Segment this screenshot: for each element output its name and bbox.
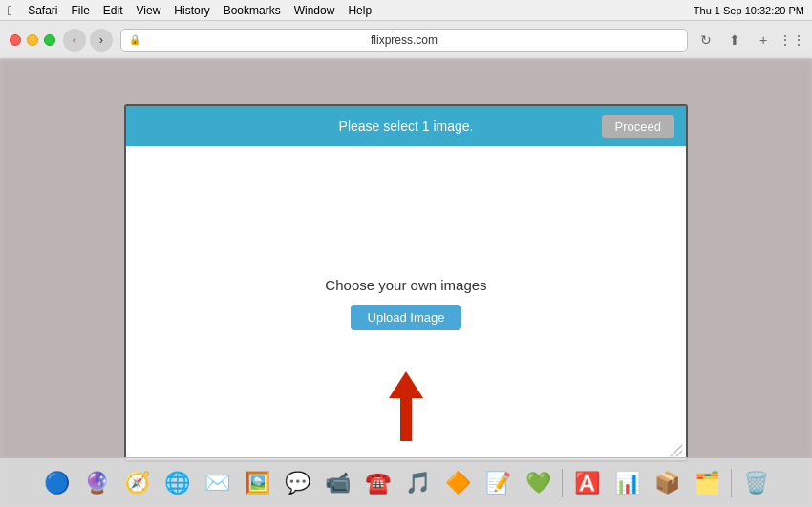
menu-safari[interactable]: Safari [28,4,57,17]
menu-bookmarks[interactable]: Bookmarks [224,4,281,17]
address-bar[interactable]: 🔒 flixpress.com [120,29,688,52]
dock-vlc[interactable]: 🔶 [439,465,476,501]
lock-icon: 🔒 [129,34,140,45]
menubar-time: Thu 1 Sep 10:32:20 PM [694,5,804,16]
dock-photos[interactable]: 🖼️ [239,465,275,501]
menubar:  Safari File Edit View History Bookmark… [0,0,812,21]
dock-finder[interactable]: 🔵 [38,465,75,501]
dock-messages[interactable]: 💬 [279,465,315,501]
modal-header: Please select 1 image. Proceed [126,106,686,146]
menubar-right: Thu 1 Sep 10:32:20 PM [694,5,804,16]
sidebar-button[interactable]: ⋮⋮ [781,30,802,51]
upload-image-button[interactable]: Upload Image [351,305,462,330]
url-display: flixpress.com [371,33,438,47]
dock-skype[interactable]: ☎️ [359,465,395,501]
dock-safari[interactable]: 🧭 [118,465,155,501]
share-button[interactable]: ⬆ [724,30,745,51]
modal-dialog: Please select 1 image. Proceed Choose yo… [124,104,688,462]
forward-button[interactable]: › [90,29,113,52]
dock-word[interactable]: 📝 [480,465,516,501]
dock-app1[interactable]: 📦 [649,465,685,501]
dock-app2[interactable]: 🗂️ [689,465,725,501]
dock-appstore[interactable]: 🅰️ [568,465,605,501]
dock-mail[interactable]: ✉️ [199,465,235,501]
new-tab-button[interactable]: + [753,30,774,51]
dock-chrome[interactable]: 🌐 [159,465,195,501]
dock-trash[interactable]: 🗑️ [737,465,774,501]
refresh-button[interactable]: ↻ [695,30,716,51]
modal-overlay: Please select 1 image. Proceed Choose yo… [0,59,812,507]
dock-separator [562,469,563,497]
modal-title: Please select 1 image. [339,118,474,134]
dock: 🔵 🔮 🧭 🌐 ✉️ 🖼️ 💬 📹 ☎️ 🎵 🔶 📝 💚 🅰️ 📊 📦 🗂️ 🗑… [0,457,812,507]
choose-images-text: Choose your own images [325,277,486,293]
main-content: Please select 1 image. Proceed Choose yo… [0,59,812,507]
dock-spotify[interactable]: 🎵 [399,465,436,501]
dock-facetime[interactable]: 📹 [319,465,355,501]
browser-chrome: ‹ › 🔒 flixpress.com ↻ ⬆ + ⋮⋮ [0,21,812,59]
menu-edit[interactable]: Edit [103,4,123,17]
menu-view[interactable]: View [137,4,161,17]
arrow-shaft [400,398,412,441]
menu-window[interactable]: Window [294,4,335,17]
maximize-button[interactable] [44,34,55,46]
apple-menu[interactable]:  [8,3,12,18]
proceed-button[interactable]: Proceed [602,115,674,138]
dock-separator-2 [731,469,732,497]
arrow-head [389,371,423,398]
dock-siri[interactable]: 🔮 [78,465,115,501]
menu-file[interactable]: File [71,4,89,17]
dock-wechat[interactable]: 💚 [520,465,556,501]
menu-history[interactable]: History [174,4,209,17]
resize-handle[interactable] [670,444,683,457]
close-button[interactable] [10,34,21,46]
back-button[interactable]: ‹ [63,29,86,52]
browser-actions: ↻ ⬆ + ⋮⋮ [695,30,802,51]
arrow-indicator [389,371,423,441]
minimize-button[interactable] [27,34,38,46]
menu-help[interactable]: Help [348,4,372,17]
modal-body: Choose your own images Upload Image [126,146,686,460]
nav-buttons: ‹ › [63,29,113,52]
traffic-lights [10,34,55,46]
dock-excel[interactable]: 📊 [609,465,645,501]
